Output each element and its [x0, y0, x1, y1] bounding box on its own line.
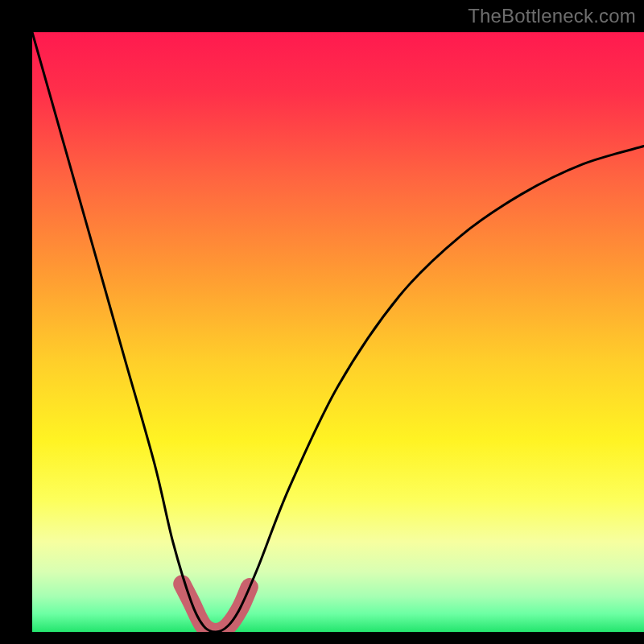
bottleneck-curve	[32, 32, 644, 632]
curve-layer	[32, 32, 644, 632]
plot-area	[32, 32, 644, 632]
outer-frame: TheBottleneck.com	[0, 0, 644, 644]
watermark-label: TheBottleneck.com	[468, 5, 636, 27]
